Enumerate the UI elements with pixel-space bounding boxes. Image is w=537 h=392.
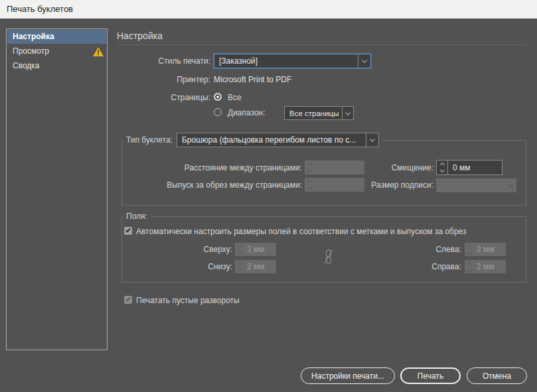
- stepper-icon: [235, 263, 244, 271]
- margin-top-label: Сверху:: [159, 245, 232, 254]
- margin-right-label: Справа:: [387, 262, 461, 271]
- check-icon: [125, 296, 131, 302]
- check-icon: [125, 228, 131, 233]
- auto-margins-label: Автоматически настроить размеры полей в …: [136, 227, 466, 236]
- bleed-between-pages-label: Выпуск за обрез между страницами:: [121, 180, 302, 190]
- pages-all-radio[interactable]: [214, 93, 222, 101]
- creep-field[interactable]: 0 мм: [436, 160, 502, 175]
- margin-bottom-value: 2 мм: [244, 262, 276, 271]
- creep-label: Смещение:: [319, 163, 433, 172]
- pages-all-label: Все: [228, 93, 242, 102]
- broken-link-icon: [323, 248, 334, 265]
- pages-label: Страницы:: [117, 93, 210, 102]
- margins-legend: Поля:: [123, 212, 151, 221]
- sidebar-panel: Настройка Просмотр Сводка: [6, 29, 108, 350]
- print-style-label: Стиль печати:: [117, 56, 210, 66]
- chevron-down-icon: [342, 107, 353, 119]
- sidebar-item-label: Просмотр: [13, 46, 49, 56]
- margins-label: Поля:: [126, 212, 147, 221]
- margin-top-field: 2 мм: [235, 243, 276, 256]
- signature-size-label: Размер подписи:: [319, 180, 433, 190]
- sidebar-item-setup[interactable]: Настройка: [7, 30, 106, 44]
- stepper-icon: [305, 180, 314, 189]
- printer-value: Microsoft Print to PDF: [214, 75, 291, 84]
- chevron-down-icon: [358, 54, 370, 68]
- margin-left-label: Слева:: [387, 245, 461, 254]
- warning-icon: [93, 47, 104, 56]
- printer-label: Принтер:: [117, 75, 210, 84]
- print-blank-spreads-label: Печатать пустые развороты: [136, 296, 240, 305]
- chevron-down-icon: [366, 133, 378, 147]
- signature-size-select: [436, 178, 516, 192]
- pages-range-value: Все страницы: [285, 109, 342, 117]
- creep-value: 0 мм: [448, 161, 502, 174]
- margin-bottom-field: 2 мм: [235, 260, 276, 273]
- cancel-button[interactable]: Отмена: [467, 367, 527, 384]
- stepper-icon[interactable]: [437, 161, 448, 174]
- margin-right-field: 2 мм: [465, 260, 506, 273]
- sidebar-item-summary[interactable]: Сводка: [7, 59, 106, 73]
- print-booklet-dialog: Настройка Просмотр Сводка Настройка Стил…: [0, 19, 537, 392]
- sidebar-item-preview[interactable]: Просмотр: [7, 44, 106, 58]
- sidebar-item-label: Настройка: [13, 32, 54, 41]
- margin-left-field: 2 мм: [465, 243, 506, 256]
- print-settings-button[interactable]: Настройки печати...: [301, 367, 395, 384]
- pages-range-radio[interactable]: [214, 108, 222, 116]
- stepper-icon: [235, 245, 244, 254]
- margin-top-value: 2 мм: [244, 245, 276, 254]
- window-titlebar[interactable]: Печать буклетов: [0, 0, 537, 19]
- page-title: Настройка: [117, 31, 163, 41]
- margin-bottom-label: Снизу:: [159, 262, 232, 271]
- print-blank-spreads-checkbox[interactable]: [124, 296, 132, 304]
- pages-range-select[interactable]: Все страницы: [284, 106, 354, 120]
- print-style-select[interactable]: [Заказной]: [214, 54, 371, 68]
- booklet-type-label: Тип буклета:: [126, 135, 173, 145]
- sidebar-item-label: Сводка: [13, 61, 40, 70]
- margin-left-value: 2 мм: [474, 245, 506, 254]
- print-style-value: [Заказной]: [214, 56, 358, 66]
- booklet-type-legend: Тип буклета: Брошюра (фальцовка перегибо…: [123, 133, 382, 147]
- chevron-down-icon: [504, 184, 516, 188]
- stepper-icon: [305, 163, 314, 172]
- print-button[interactable]: Печать: [400, 367, 461, 384]
- margin-right-value: 2 мм: [474, 262, 506, 271]
- window-title: Печать буклетов: [7, 4, 73, 14]
- pages-range-label: Диапазон:: [228, 108, 266, 117]
- auto-margins-checkbox[interactable]: [124, 227, 132, 235]
- stepper-icon: [465, 263, 474, 271]
- stepper-icon: [465, 245, 474, 254]
- booklet-type-value: Брошюра (фальцовка перегибом листов по с…: [177, 135, 366, 145]
- booklet-type-select[interactable]: Брошюра (фальцовка перегибом листов по с…: [177, 133, 379, 147]
- space-between-pages-label: Расстояние между страницами:: [121, 163, 302, 172]
- heading-divider: [117, 44, 526, 45]
